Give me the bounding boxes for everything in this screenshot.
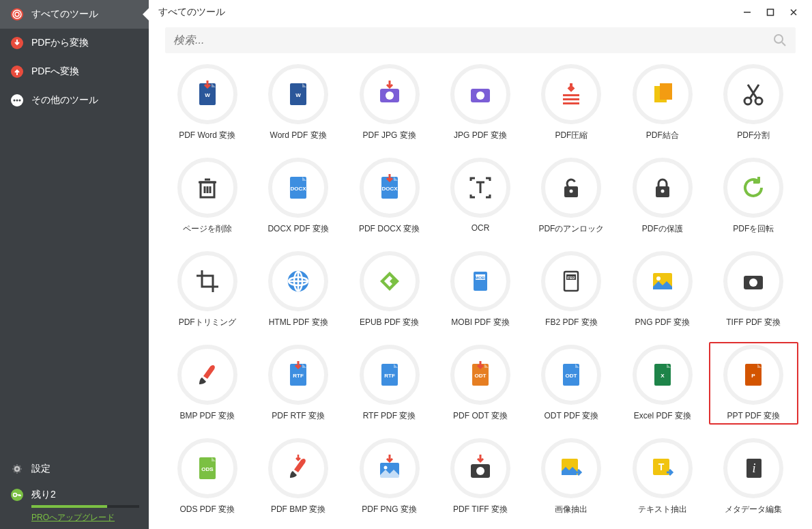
tool-ods[interactable]: ODSODS PDF 変換 xyxy=(165,438,249,515)
excel-icon: X xyxy=(633,345,693,405)
svg-point-36 xyxy=(661,190,664,193)
tool-docx-in[interactable]: DOCXPDF DOCX 変換 xyxy=(347,158,431,235)
metadata-icon: i xyxy=(723,438,783,498)
tool-rtf-in[interactable]: RTFPDF RTF 変換 xyxy=(256,345,340,422)
odt-in-icon: ODT xyxy=(450,345,510,405)
tool-camera-dl[interactable]: PDF JPG 変換 xyxy=(347,64,431,141)
svg-text:RTF: RTF xyxy=(384,373,395,379)
svg-rect-25 xyxy=(660,83,672,100)
ppt-icon: P xyxy=(723,345,783,405)
fb2-icon: FB2 xyxy=(541,251,601,311)
sidebar-item-remaining[interactable]: 残り2 xyxy=(0,482,149,504)
svg-point-34 xyxy=(570,190,573,193)
brush-dl-icon xyxy=(268,438,328,498)
key-circle-icon xyxy=(10,487,25,502)
svg-point-12 xyxy=(774,35,783,43)
tool-excel[interactable]: XExcel PDF 変換 xyxy=(620,345,704,422)
merge-icon xyxy=(633,64,693,124)
tool-docx[interactable]: DOCXDOCX PDF 変換 xyxy=(256,158,340,235)
img-extract-icon xyxy=(541,438,601,498)
tool-label: PDF Word 変換 xyxy=(179,130,235,141)
tool-label: PDF TIFF 変換 xyxy=(453,504,508,515)
svg-text:W: W xyxy=(295,92,301,98)
tools-grid: WPDF Word 変換WWord PDF 変換PDF JPG 変換JPG PD… xyxy=(149,57,812,529)
unlock-icon xyxy=(541,158,601,218)
svg-text:FB2: FB2 xyxy=(568,276,576,280)
camera-bw-icon xyxy=(723,251,783,311)
ods-icon: ODS xyxy=(177,438,237,498)
tool-camera-dl2[interactable]: PDF TIFF 変換 xyxy=(438,438,522,515)
svg-point-6 xyxy=(14,100,16,102)
tool-rtf[interactable]: RTFRTF PDF 変換 xyxy=(347,345,431,422)
svg-rect-21 xyxy=(563,94,579,96)
search-bar[interactable] xyxy=(165,27,796,53)
image-icon xyxy=(633,251,693,311)
upgrade-link[interactable]: PROへアップグレード xyxy=(31,513,115,522)
tool-label: PDF ODT 変換 xyxy=(453,410,508,422)
svg-point-20 xyxy=(476,91,484,100)
tool-scissors[interactable]: PDF分割 xyxy=(712,64,796,141)
tool-odt[interactable]: ODTODT PDF 変換 xyxy=(530,345,613,422)
svg-text:MOBI: MOBI xyxy=(475,276,486,280)
svg-point-65 xyxy=(383,466,387,470)
svg-point-7 xyxy=(16,100,18,102)
tool-crop[interactable]: PDFトリミング xyxy=(165,251,249,328)
sidebar: すべてのツール PDFから変換 PDFへ変換 その他のツール 設定 残り2 PR… xyxy=(0,0,149,529)
minimize-button[interactable] xyxy=(736,4,759,20)
search-input[interactable] xyxy=(173,34,772,46)
odt-icon: ODT xyxy=(541,345,601,405)
tool-brush[interactable]: BMP PDF 変換 xyxy=(165,345,249,422)
tool-label: Word PDF 変換 xyxy=(270,130,327,141)
tool-camera-bw[interactable]: TIFF PDF 変換 xyxy=(712,251,796,328)
sidebar-item-from-pdf[interactable]: PDFから変換 xyxy=(0,29,149,57)
tool-globe[interactable]: HTML PDF 変換 xyxy=(256,251,340,328)
tool-camera[interactable]: JPG PDF 変換 xyxy=(438,64,522,141)
search-icon xyxy=(772,33,787,48)
maximize-button[interactable] xyxy=(759,4,782,20)
tool-unlock[interactable]: PDFのアンロック xyxy=(530,158,613,235)
word-in-icon: W xyxy=(177,64,237,124)
tool-img-extract[interactable]: 画像抽出 xyxy=(530,438,613,515)
tool-brush-dl[interactable]: PDF BMP 変換 xyxy=(256,438,340,515)
tool-ppt[interactable]: PPPT PDF 変換 xyxy=(709,342,798,425)
titlebar: すべてのツール xyxy=(149,0,812,22)
dots-circle-icon xyxy=(10,93,25,108)
tool-word-in[interactable]: WPDF Word 変換 xyxy=(165,64,249,141)
tool-mobi[interactable]: MOBIMOBI PDF 変換 xyxy=(438,251,522,328)
tool-label: PDF RTF 変換 xyxy=(272,410,325,422)
tool-label: BMP PDF 変換 xyxy=(179,410,234,422)
tool-label: PDF結合 xyxy=(646,130,679,141)
tool-txt-extract[interactable]: Tテキスト抽出 xyxy=(620,438,704,515)
sidebar-settings-label: 設定 xyxy=(31,463,50,475)
image-dl-icon xyxy=(360,438,420,498)
camera-dl2-icon xyxy=(450,438,510,498)
tool-image-dl[interactable]: PDF PNG 変換 xyxy=(347,438,431,515)
sidebar-item-settings[interactable]: 設定 xyxy=(0,456,149,482)
svg-text:RTF: RTF xyxy=(293,373,304,379)
tool-label: PDFの保護 xyxy=(642,223,683,235)
tool-odt-in[interactable]: ODTPDF ODT 変換 xyxy=(438,345,522,422)
tool-trash[interactable]: ページを削除 xyxy=(165,158,249,235)
sidebar-item-other-tools[interactable]: その他のツール xyxy=(0,86,149,115)
tool-lock[interactable]: PDFの保護 xyxy=(620,158,704,235)
close-button[interactable] xyxy=(782,4,805,20)
tool-metadata[interactable]: iメタデータ編集 xyxy=(712,438,796,515)
sidebar-remaining-label: 残り2 xyxy=(31,489,56,501)
tool-label: PDF JPG 変換 xyxy=(363,130,416,141)
tool-ocr[interactable]: OCR xyxy=(438,158,522,235)
arrow-down-circle-icon xyxy=(10,35,25,51)
window-title: すべてのツール xyxy=(158,6,736,18)
spiral-icon xyxy=(10,7,25,22)
tool-epub[interactable]: EPUB PDF 変換 xyxy=(347,251,431,328)
tool-compress[interactable]: PDF圧縮 xyxy=(530,64,613,141)
sidebar-item-to-pdf[interactable]: PDFへ変換 xyxy=(0,57,149,86)
lock-icon xyxy=(633,158,693,218)
tool-image[interactable]: PNG PDF 変換 xyxy=(620,251,704,328)
tool-word[interactable]: WWord PDF 変換 xyxy=(256,64,340,141)
tool-label: PPT PDF 変換 xyxy=(727,410,780,422)
tool-fb2[interactable]: FB2FB2 PDF 変換 xyxy=(530,251,613,328)
tool-rotate[interactable]: PDFを回転 xyxy=(712,158,796,235)
sidebar-item-all-tools[interactable]: すべてのツール xyxy=(0,0,149,29)
tool-merge[interactable]: PDF結合 xyxy=(620,64,704,141)
svg-rect-23 xyxy=(563,102,579,104)
